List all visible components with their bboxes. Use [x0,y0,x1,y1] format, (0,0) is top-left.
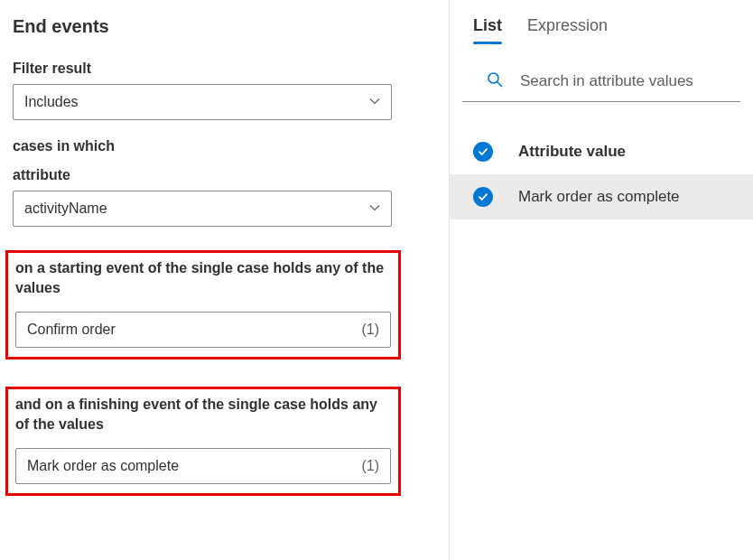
finish-event-field[interactable]: Mark order as complete (1) [15,448,391,484]
svg-point-0 [488,73,498,83]
chevron-down-icon [369,201,380,217]
finish-event-value: Mark order as complete [27,458,179,474]
tab-list[interactable]: List [473,16,502,44]
search-icon [486,70,504,92]
filter-result-value: Includes [24,94,79,110]
cases-label: cases in which [13,138,436,154]
attribute-value-header-label: Attribute value [518,143,626,161]
attribute-value-item[interactable]: Mark order as complete [450,174,753,219]
finish-event-group: and on a finishing event of the single c… [5,387,401,496]
check-icon [473,142,493,162]
tab-expression[interactable]: Expression [527,16,608,44]
right-panel: List Expression Attribute value Mark ord… [450,0,753,560]
attribute-value: activityName [24,201,107,217]
start-event-group: on a starting event of the single case h… [5,250,401,359]
finish-event-label: and on a finishing event of the single c… [15,395,391,435]
attribute-value-header[interactable]: Attribute value [450,129,753,174]
start-event-label: on a starting event of the single case h… [15,258,391,299]
page-title: End events [13,16,436,37]
attribute-label: attribute [13,167,436,183]
start-event-field[interactable]: Confirm order (1) [15,312,391,348]
finish-event-count: (1) [361,458,379,474]
attribute-dropdown[interactable]: activityName [13,191,392,227]
svg-line-1 [497,82,502,87]
chevron-down-icon [369,94,380,110]
attribute-value-item-label: Mark order as complete [518,188,680,206]
filter-result-dropdown[interactable]: Includes [13,84,392,120]
start-event-count: (1) [361,322,379,338]
tabs: List Expression [450,16,753,45]
search-input[interactable] [520,72,717,90]
start-event-value: Confirm order [27,322,116,338]
search-row [462,67,740,102]
filter-result-label: Filter result [13,61,436,77]
left-panel: End events Filter result Includes cases … [0,0,450,560]
check-icon [473,187,493,207]
